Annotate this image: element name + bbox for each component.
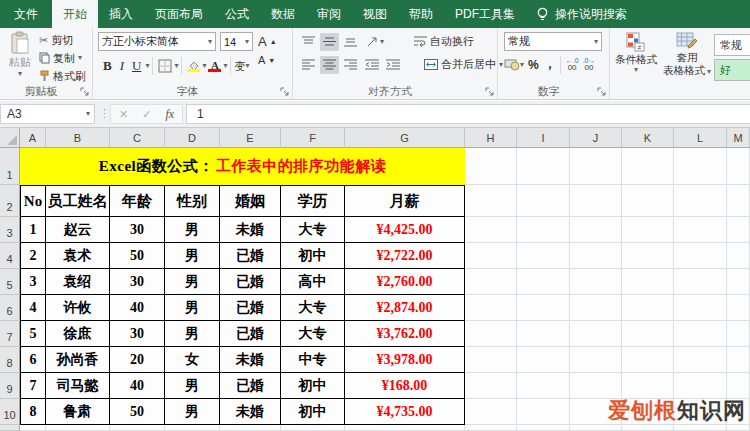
empty-cell[interactable] <box>517 295 570 321</box>
salary-cell[interactable]: ¥2,874.00 <box>345 295 465 321</box>
ribbon-tab[interactable]: 开始 <box>52 0 98 28</box>
font-color-dropdown-arrow[interactable]: ▾ <box>223 62 227 70</box>
empty-cell[interactable] <box>622 185 674 217</box>
font-color-button[interactable]: A <box>206 60 223 72</box>
comma-style-button[interactable]: ， <box>543 56 557 73</box>
data-cell[interactable]: 初中 <box>281 373 345 399</box>
insert-function-icon[interactable]: fx <box>165 107 174 122</box>
empty-cell[interactable] <box>727 185 750 217</box>
table-header-cell[interactable]: 性别 <box>165 185 220 217</box>
empty-cell[interactable] <box>674 269 727 295</box>
increase-font-size-button[interactable]: A▲ <box>258 34 277 49</box>
empty-cell[interactable] <box>570 295 622 321</box>
increase-indent-button[interactable] <box>383 56 402 74</box>
accounting-format-button[interactable] <box>504 58 520 71</box>
data-cell[interactable]: 男 <box>165 243 220 269</box>
empty-cell[interactable] <box>517 148 570 185</box>
empty-cell[interactable] <box>465 243 517 269</box>
data-cell[interactable]: 孙尚香 <box>46 347 110 373</box>
align-right-button[interactable] <box>341 56 360 74</box>
decrease-font-size-button[interactable]: A▼ <box>258 54 275 66</box>
data-cell[interactable]: 40 <box>110 373 165 399</box>
data-cell[interactable]: 已婚 <box>220 243 281 269</box>
empty-cell[interactable] <box>517 269 570 295</box>
select-all-button[interactable] <box>0 128 20 148</box>
empty-cell[interactable] <box>110 425 165 431</box>
data-cell[interactable]: 男 <box>165 295 220 321</box>
empty-cell[interactable] <box>727 217 750 243</box>
data-cell[interactable]: 30 <box>110 217 165 243</box>
data-cell[interactable]: 40 <box>110 295 165 321</box>
data-cell[interactable]: 初中 <box>281 243 345 269</box>
data-cell[interactable]: 大专 <box>281 295 345 321</box>
salary-cell[interactable]: ¥4,735.00 <box>345 399 465 425</box>
data-cell[interactable]: 20 <box>110 347 165 373</box>
data-cell[interactable]: 6 <box>20 347 46 373</box>
row-header[interactable]: 6 <box>0 295 20 321</box>
empty-cell[interactable] <box>345 425 465 431</box>
fill-color-button[interactable] <box>185 61 202 72</box>
bold-button[interactable]: B <box>99 58 116 74</box>
empty-cell[interactable] <box>622 243 674 269</box>
data-cell[interactable]: 30 <box>110 321 165 347</box>
row-header[interactable]: 3 <box>0 217 20 243</box>
bottom-align-button[interactable] <box>341 33 360 51</box>
row-header[interactable]: 5 <box>0 269 20 295</box>
formula-bar-resize-handle[interactable]: ⋮ <box>99 107 110 120</box>
middle-align-button[interactable] <box>320 33 339 51</box>
format-painter-button[interactable]: 格式刷 <box>39 68 86 84</box>
data-cell[interactable]: 高中 <box>281 269 345 295</box>
row-header[interactable]: 9 <box>0 373 20 399</box>
number-format-combobox[interactable]: 常规▾ <box>504 32 602 51</box>
top-align-button[interactable] <box>299 33 318 51</box>
table-header-cell[interactable]: No <box>20 185 46 217</box>
phonetic-dropdown-arrow[interactable]: ▾ <box>245 62 249 70</box>
empty-cell[interactable] <box>517 399 570 425</box>
empty-cell[interactable] <box>570 148 622 185</box>
ribbon-tab[interactable]: PDF工具集 <box>444 0 526 28</box>
empty-cell[interactable] <box>517 321 570 347</box>
data-cell[interactable]: 4 <box>20 295 46 321</box>
column-header[interactable]: G <box>345 128 465 148</box>
empty-cell[interactable] <box>517 373 570 399</box>
empty-cell[interactable] <box>517 347 570 373</box>
empty-cell[interactable] <box>570 185 622 217</box>
column-header[interactable]: M <box>727 128 750 148</box>
empty-cell[interactable] <box>727 148 750 185</box>
data-cell[interactable]: 已婚 <box>220 373 281 399</box>
salary-cell[interactable]: ¥168.00 <box>345 373 465 399</box>
number-dialog-launcher[interactable] <box>597 87 607 97</box>
empty-cell[interactable] <box>517 243 570 269</box>
column-header[interactable]: C <box>110 128 165 148</box>
empty-cell[interactable] <box>622 217 674 243</box>
table-header-cell[interactable]: 年龄 <box>110 185 165 217</box>
alignment-dialog-launcher[interactable] <box>485 87 495 97</box>
row-header[interactable]: 8 <box>0 347 20 373</box>
data-cell[interactable]: 50 <box>110 399 165 425</box>
empty-cell[interactable] <box>465 425 517 431</box>
empty-cell[interactable] <box>622 295 674 321</box>
column-header[interactable]: E <box>220 128 281 148</box>
empty-cell[interactable] <box>465 399 517 425</box>
ribbon-tab[interactable]: 公式 <box>214 0 260 28</box>
cell-style-normal[interactable]: 常规 <box>714 34 750 56</box>
empty-cell[interactable] <box>622 321 674 347</box>
empty-cell[interactable] <box>465 148 517 185</box>
data-cell[interactable]: 司马懿 <box>46 373 110 399</box>
data-cell[interactable]: 大专 <box>281 321 345 347</box>
empty-cell[interactable] <box>570 269 622 295</box>
empty-cell[interactable] <box>727 243 750 269</box>
salary-cell[interactable]: ¥3,762.00 <box>345 321 465 347</box>
data-cell[interactable]: 赵云 <box>46 217 110 243</box>
data-cell[interactable]: 50 <box>110 243 165 269</box>
row-header[interactable] <box>0 425 20 431</box>
data-cell[interactable]: 7 <box>20 373 46 399</box>
font-size-combobox[interactable]: 14▾ <box>220 32 253 51</box>
data-cell[interactable]: 8 <box>20 399 46 425</box>
column-header[interactable]: D <box>165 128 220 148</box>
data-cell[interactable]: 未婚 <box>220 347 281 373</box>
empty-cell[interactable] <box>727 321 750 347</box>
empty-cell[interactable] <box>727 347 750 373</box>
data-cell[interactable]: 大专 <box>281 217 345 243</box>
data-cell[interactable]: 2 <box>20 243 46 269</box>
